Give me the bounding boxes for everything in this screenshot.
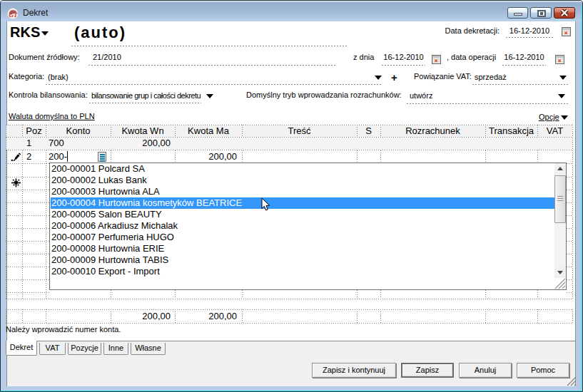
svg-text:GT: GT xyxy=(9,11,18,19)
